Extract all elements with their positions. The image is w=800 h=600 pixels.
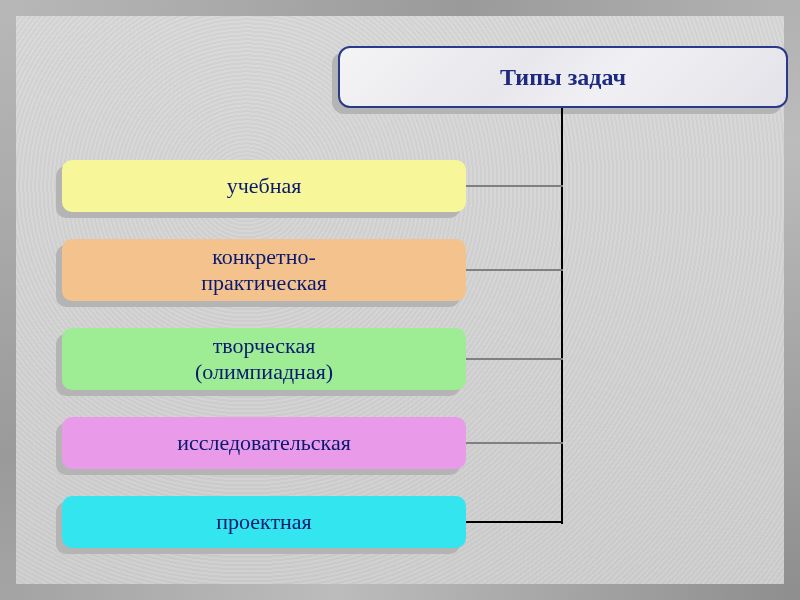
slide-stage: Типы задач учебнаяконкретно- практическа… [0, 0, 800, 600]
connector-4 [466, 521, 563, 523]
tree-trunk [561, 108, 563, 524]
header-title: Типы задач [500, 64, 626, 91]
task-box-1: конкретно- практическая [62, 239, 466, 301]
task-box-label: конкретно- практическая [201, 244, 327, 297]
task-box-3: исследовательская [62, 417, 466, 469]
connector-2 [466, 358, 563, 360]
task-box-4: проектная [62, 496, 466, 548]
task-box-label: учебная [227, 173, 302, 199]
header-panel: Типы задач [338, 46, 788, 108]
connector-0 [466, 185, 563, 187]
task-box-label: проектная [216, 509, 311, 535]
slide-inner: Типы задач учебнаяконкретно- практическа… [16, 16, 784, 584]
connector-1 [466, 269, 563, 271]
connector-3 [466, 442, 563, 444]
task-box-0: учебная [62, 160, 466, 212]
task-box-2: творческая (олимпиадная) [62, 328, 466, 390]
task-box-label: исследовательская [177, 430, 351, 456]
task-box-label: творческая (олимпиадная) [195, 333, 333, 386]
